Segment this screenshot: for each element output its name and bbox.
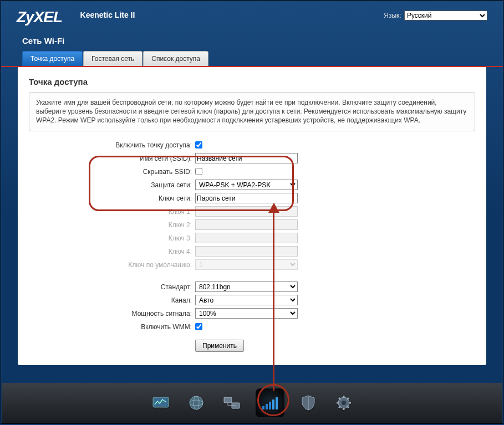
model-name: Keenetic Lite II [80, 11, 135, 19]
apply-button[interactable]: Применить [195, 340, 244, 352]
svg-rect-12 [272, 400, 274, 409]
label-key: Ключ сети: [29, 194, 195, 202]
input-key[interactable] [195, 193, 298, 203]
language-selector: Язык: Русский [384, 11, 487, 21]
info-box: Укажите имя для вашей беспроводной сети,… [29, 92, 475, 131]
lang-label: Язык: [384, 12, 401, 19]
select-security[interactable]: WPA-PSK + WPA2-PSK [195, 180, 298, 190]
wifi-form: Включить точку доступа: Имя сети (SSID):… [29, 139, 475, 352]
checkbox-hide-ssid[interactable] [195, 168, 202, 175]
svg-line-23 [347, 398, 349, 400]
tab-access-point[interactable]: Точка доступа [22, 51, 83, 66]
panel: Точка доступа Укажите имя для вашей бесп… [18, 67, 486, 365]
input-key4 [195, 246, 298, 257]
tab-access-list[interactable]: Список доступа [143, 51, 208, 66]
checkbox-wmm[interactable] [195, 323, 202, 330]
label-key1: Ключ 1: [29, 208, 195, 216]
label-security: Защита сети: [29, 181, 195, 189]
label-hide-ssid: Скрывать SSID: [29, 168, 195, 176]
page-title: Сеть Wi-Fi [1, 34, 503, 51]
select-channel[interactable]: Авто [195, 295, 298, 305]
select-power[interactable]: 100% [195, 308, 298, 319]
nav-shield-icon[interactable] [297, 391, 320, 414]
panel-heading: Точка доступа [29, 77, 475, 86]
label-enable-ap: Включить точку доступа: [29, 141, 195, 149]
select-key-default: 1 [195, 259, 298, 270]
label-standard: Стандарт: [29, 283, 195, 291]
svg-line-22 [339, 406, 340, 408]
label-key2: Ключ 2: [29, 221, 195, 229]
svg-line-21 [347, 406, 349, 408]
svg-rect-9 [262, 406, 264, 409]
svg-point-15 [342, 401, 346, 405]
svg-line-20 [339, 398, 340, 400]
label-ssid: Имя сети (SSID): [29, 155, 195, 162]
label-power: Мощность сигнала: [29, 310, 195, 318]
nav-wifi-icon[interactable] [256, 388, 284, 417]
tab-guest-network[interactable]: Гостевая сеть [83, 51, 142, 66]
svg-rect-5 [224, 397, 232, 403]
header: ZyXEL Keenetic Lite II Язык: Русский [1, 1, 503, 34]
label-key4: Ключ 4: [29, 248, 195, 255]
nav-gear-icon[interactable] [332, 391, 355, 414]
brand-logo: ZyXEL [17, 8, 62, 26]
label-wmm: Включить WMM: [29, 323, 195, 331]
input-key3 [195, 233, 298, 243]
lang-select[interactable]: Русский [404, 11, 487, 21]
svg-rect-11 [269, 402, 271, 409]
nav-network-icon[interactable] [220, 391, 243, 414]
bottom-bar [2, 383, 502, 423]
svg-rect-10 [266, 404, 268, 409]
label-key3: Ключ 3: [29, 234, 195, 242]
select-standard[interactable]: 802.11bgn [195, 281, 298, 292]
nav-monitor-icon[interactable] [149, 391, 172, 414]
input-ssid[interactable] [195, 153, 298, 163]
svg-rect-13 [276, 397, 278, 409]
nav-globe-icon[interactable] [185, 391, 208, 414]
label-channel: Канал: [29, 296, 195, 304]
input-key2 [195, 219, 298, 230]
checkbox-enable-ap[interactable] [195, 141, 202, 149]
svg-rect-1 [159, 407, 163, 408]
tabs: Точка доступа Гостевая сеть Список досту… [1, 51, 503, 67]
label-key-default: Ключ по умолчанию: [29, 261, 195, 269]
input-key1 [195, 206, 298, 217]
svg-point-2 [190, 396, 203, 409]
